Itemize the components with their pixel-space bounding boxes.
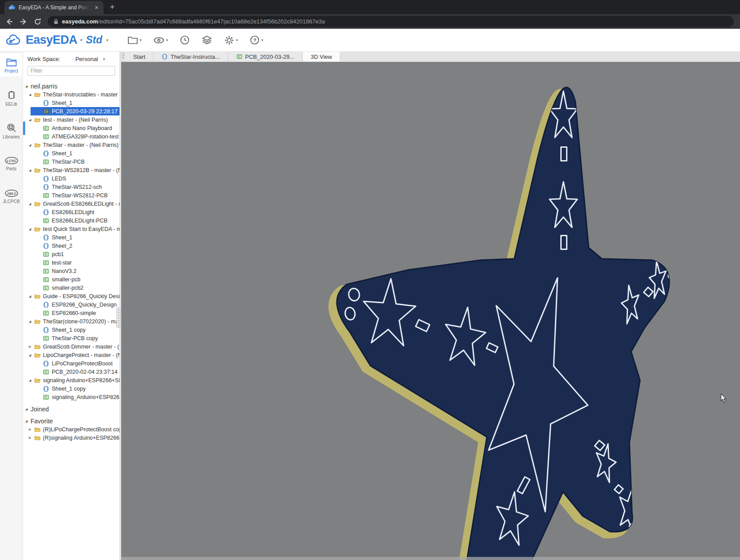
pcb-3d-render[interactable] — [121, 62, 740, 560]
expanded-arrow-icon[interactable]: ◢ — [29, 227, 34, 231]
tree-item[interactable]: TheStar-PCB — [23, 157, 119, 166]
url-host: easyeda.com — [62, 18, 98, 25]
folder-button[interactable]: ▾ — [127, 35, 142, 45]
viewport-3d[interactable] — [121, 62, 740, 560]
expanded-arrow-icon[interactable]: ◢ — [25, 84, 31, 88]
tree-root-item[interactable]: ◢neil.parris — [23, 82, 119, 90]
tree-item[interactable]: Sheet_1 — [23, 99, 119, 107]
browser-tab[interactable]: EasyEDA - A Simple and Powerful × — [4, 1, 104, 14]
tree-item[interactable]: ESP82660-simple — [23, 309, 119, 317]
tree-item[interactable]: smaller-pcb — [23, 275, 119, 284]
tree-item[interactable]: Sheet_2 — [23, 242, 119, 250]
expanded-arrow-icon[interactable]: ◢ — [29, 93, 34, 96]
tree-item[interactable]: ES8266LEDLight — [23, 208, 119, 216]
tree-item[interactable]: ▶GreatScott-Dimmer - master - (Neil — [23, 342, 119, 351]
tree-item[interactable]: signaling_Arduino+ESP8266+SIM — [23, 393, 119, 401]
tree-item[interactable]: ◢Guide - ESP8266_Quickly Design - — [23, 292, 119, 300]
help-button[interactable]: ?▾ — [250, 35, 263, 45]
pcb-icon — [43, 369, 50, 375]
tree-item[interactable]: Sheet_1 copy — [23, 326, 119, 334]
tree-item[interactable]: ◢TheStar-WS2812B - master - (Neil — [23, 166, 119, 174]
expanded-arrow-icon[interactable]: ◢ — [29, 118, 34, 122]
tree-item[interactable]: ◢LipoChargeProtect - master - (Neil — [23, 351, 119, 359]
tree-item[interactable]: Sheet_1 copy — [23, 384, 119, 393]
filter-input[interactable] — [27, 66, 115, 76]
expanded-arrow-icon[interactable]: ◢ — [29, 379, 34, 382]
expanded-arrow-icon[interactable]: ◢ — [25, 419, 31, 423]
expanded-arrow-icon[interactable]: ◢ — [29, 320, 34, 323]
tree-item[interactable]: PCB_2020-02-04 23:37:14 — [23, 368, 119, 376]
expanded-arrow-icon[interactable]: ◢ — [29, 143, 34, 147]
silkscreen-circle — [565, 79, 571, 86]
tree-item[interactable]: ◢signaling Arduino+ESP8266+SIM8 — [23, 376, 119, 384]
tabbar-grip-icon[interactable] — [121, 52, 125, 61]
tree-item[interactable]: Arduino Nano Playboard — [23, 124, 119, 132]
url-bar[interactable]: easyeda.com/editor#id=75ac05cb87ad47c688… — [48, 16, 734, 27]
panel-collapse-handle[interactable] — [116, 307, 120, 328]
tab-close-icon[interactable]: × — [93, 4, 100, 11]
folder-icon — [34, 201, 41, 207]
collapsed-arrow-icon[interactable]: ▶ — [29, 436, 34, 440]
brand-caret-icon[interactable]: ▾ — [106, 38, 108, 42]
workspace-caret-icon[interactable]: ▾ — [103, 57, 105, 61]
collapsed-arrow-icon[interactable]: ▶ — [29, 427, 34, 431]
expanded-arrow-icon[interactable]: ◢ — [29, 169, 34, 172]
editor-tab-pcb-2020-03-29-[interactable]: PCB_2020-03-29... — [228, 52, 303, 61]
tree-item[interactable]: NanoV3.2 — [23, 267, 119, 275]
sheet-icon — [43, 234, 50, 241]
tree-item[interactable]: ATMEGA328P-rotation-test — [23, 132, 119, 141]
tree-item[interactable]: ◢test - master - (Neil Parris) — [23, 115, 119, 124]
tree-item[interactable]: Sheet_1 — [23, 233, 119, 242]
tree-item[interactable]: smaller-pcb2 — [23, 284, 119, 292]
new-tab-button[interactable]: + — [110, 2, 115, 12]
easyeda-logo[interactable]: EasyEDA · Std ▾ — [5, 33, 116, 47]
tree-item[interactable]: ES8266LEDLight-PCB — [23, 216, 119, 225]
tree-item[interactable]: ◢TheStar - master - (Neil Parris) — [23, 141, 119, 149]
tree-item[interactable]: LiPoChargeProtectBoost — [23, 359, 119, 368]
tree-item[interactable]: ◢GreatScott-ES8266LEDLight - mas — [23, 199, 119, 208]
pcb-icon — [43, 134, 50, 140]
editor-tab-thestar-instructa-[interactable]: TheStar-Instructa... — [154, 52, 228, 61]
tree-root-item[interactable]: ◢Joined — [23, 405, 119, 413]
expanded-arrow-icon[interactable]: ◢ — [29, 295, 34, 298]
tree-item[interactable]: ◢TheStar(clone-07022020) - master — [23, 317, 119, 326]
viewport-bottom-scrollbar[interactable] — [121, 557, 740, 560]
tree-item[interactable]: ◢TheStar-Instructables - master - (Neil — [23, 90, 119, 99]
folder-icon — [127, 35, 138, 45]
rail-item-jlcpcb[interactable]: J◎LCJLCPCB — [0, 184, 23, 207]
rail-item-project[interactable]: Project — [0, 54, 23, 77]
forward-icon[interactable] — [18, 16, 29, 27]
settings-button[interactable]: ▾ — [224, 35, 238, 46]
expanded-arrow-icon[interactable]: ◢ — [29, 353, 34, 357]
rail-item-parts[interactable]: LCSCParts — [0, 152, 23, 175]
editor-tab-start[interactable]: Start — [125, 52, 154, 61]
editor-tab-3d-view[interactable]: 3D View — [303, 52, 340, 61]
expanded-arrow-icon[interactable]: ◢ — [29, 202, 34, 206]
history-button[interactable] — [180, 35, 190, 45]
tree-item[interactable]: TheStar-WS2812-PCB — [23, 191, 119, 199]
tree-item[interactable]: ▶(R)signaling Arduino+ESP8266+SI — [23, 433, 119, 442]
tree-item[interactable]: TheStar-PCB copy — [23, 334, 119, 342]
rail-item-libraries[interactable]: Libraries — [0, 119, 23, 142]
layers-button[interactable] — [201, 35, 212, 46]
tree-item[interactable]: ◢test Quick Start to EasyEDA - mast — [23, 225, 119, 233]
tree-item[interactable]: PCB_2020-03-29 22:28:17 — [23, 107, 119, 115]
tree-item[interactable]: test-star — [23, 258, 119, 267]
tree-item[interactable]: ▶(R)LiPoChargeProtectBoost copy - — [23, 425, 119, 433]
expanded-arrow-icon[interactable]: ◢ — [25, 407, 31, 411]
tree-root-item[interactable]: ◢Favorite — [23, 417, 119, 425]
eye-button[interactable]: ▾ — [153, 35, 168, 45]
collapsed-arrow-icon[interactable]: ▶ — [29, 345, 34, 349]
tree-item[interactable]: Sheet_1 — [23, 149, 119, 157]
silkscreen-circle — [555, 73, 567, 87]
tree-item[interactable]: pcb1 — [23, 250, 119, 258]
sheet-icon — [162, 54, 168, 59]
tree-item[interactable]: ESP8266_Quickly_Design — [23, 300, 119, 309]
workspace-select[interactable]: Personal — [75, 56, 98, 62]
reload-icon[interactable] — [32, 16, 43, 27]
tree-item[interactable]: LEDS — [23, 174, 119, 183]
search-chip-icon — [6, 122, 17, 134]
tree-item[interactable]: TheStar-WS212-sch — [23, 183, 119, 191]
rail-item-eelib[interactable]: EELib — [0, 86, 23, 109]
back-icon[interactable] — [4, 16, 15, 27]
